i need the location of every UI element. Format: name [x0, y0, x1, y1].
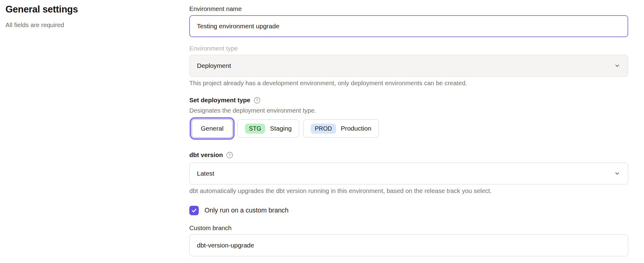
page-title: General settings — [5, 4, 189, 15]
dbt-version-value: Latest — [197, 170, 214, 177]
svg-text:?: ? — [256, 98, 258, 103]
environment-name-label: Environment name — [189, 5, 628, 13]
settings-form: Environment name Environment type Deploy… — [189, 0, 628, 256]
deployment-type-staging-label: Staging — [270, 125, 292, 132]
deployment-type-general-button[interactable]: General — [192, 119, 233, 138]
deployment-type-options: General STG Staging PROD Production — [189, 119, 628, 138]
checkbox-checked[interactable] — [189, 206, 199, 215]
deployment-type-general-label: General — [201, 125, 224, 132]
environment-type-label: Environment type — [189, 44, 628, 52]
custom-branch-input[interactable] — [189, 234, 628, 256]
general-settings-page: General settings All fields are required… — [0, 0, 644, 256]
production-badge: PROD — [311, 124, 336, 134]
deployment-type-helper: Designates the deployment environment ty… — [189, 107, 628, 114]
section-header: General settings All fields are required — [0, 0, 189, 256]
dbt-version-select[interactable]: Latest — [189, 163, 628, 184]
dbt-version-label-row: dbt version ? — [189, 151, 628, 159]
dbt-version-label: dbt version — [189, 151, 223, 159]
deployment-type-staging-button[interactable]: STG Staging — [237, 119, 299, 138]
deployment-type-production-button[interactable]: PROD Production — [303, 119, 379, 138]
environment-type-helper: This project already has a development e… — [189, 79, 628, 87]
deployment-type-production-label: Production — [341, 125, 371, 132]
checkmark-icon — [191, 208, 197, 213]
page-subtitle: All fields are required — [5, 21, 189, 29]
deployment-type-label-row: Set deployment type ? — [189, 96, 628, 104]
dbt-version-helper: dbt automatically upgrades the dbt versi… — [189, 187, 628, 195]
help-icon[interactable]: ? — [226, 152, 233, 159]
chevron-down-icon — [614, 62, 621, 69]
environment-type-value: Deployment — [197, 62, 231, 69]
environment-name-input[interactable] — [189, 15, 628, 37]
staging-badge: STG — [245, 124, 265, 134]
chevron-down-icon — [614, 170, 621, 177]
svg-text:?: ? — [228, 153, 231, 157]
deployment-type-label: Set deployment type — [189, 96, 250, 104]
environment-type-select: Deployment — [189, 55, 628, 77]
custom-branch-toggle[interactable]: Only run on a custom branch — [189, 206, 628, 215]
help-icon[interactable]: ? — [254, 97, 261, 104]
custom-branch-toggle-label: Only run on a custom branch — [205, 207, 289, 214]
custom-branch-label: Custom branch — [189, 224, 628, 232]
